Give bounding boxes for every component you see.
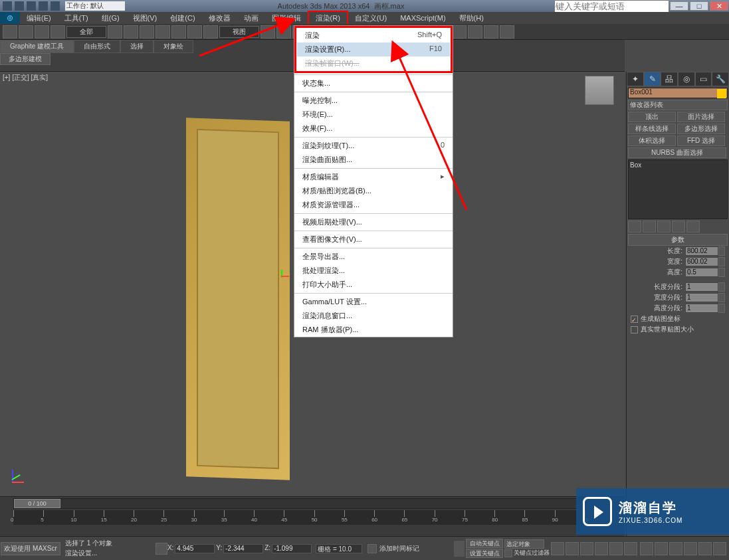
time-tag-icon[interactable] — [367, 544, 377, 553]
object-color-swatch[interactable] — [717, 89, 726, 98]
tab-motion-icon[interactable]: ◎ — [678, 72, 695, 86]
menuitem-view-image[interactable]: 查看图像文件(V)... — [294, 233, 453, 246]
menu-help[interactable]: 帮助(H) — [453, 12, 490, 24]
add-time-tag[interactable]: 添加时间标记 — [379, 544, 419, 553]
menuitem-ram-player[interactable]: RAM 播放器(P)... — [294, 323, 453, 337]
fov-icon[interactable] — [698, 542, 712, 555]
select-region-icon[interactable] — [140, 25, 154, 39]
btn-face-select[interactable]: 面片选择 — [677, 112, 725, 122]
tab-objectpaint[interactable]: 对象绘 — [154, 40, 193, 53]
goto-start-icon[interactable] — [551, 542, 564, 555]
menuitem-print-size[interactable]: 打印大小助手... — [294, 278, 453, 292]
menuitem-gamma-lut[interactable]: Gamma/LUT 设置... — [294, 295, 453, 309]
qat-redo-icon[interactable] — [51, 1, 60, 11]
tab-freeform[interactable]: 自由形式 — [74, 40, 120, 53]
time-slider-thumb[interactable]: 0 / 100 — [14, 499, 60, 508]
modifier-stack[interactable]: Box — [628, 159, 728, 219]
btn-ffd-select[interactable]: FFD 选择 — [677, 136, 725, 146]
prev-frame-icon[interactable] — [566, 542, 579, 555]
wseg-spin-arrows[interactable] — [718, 293, 725, 302]
move-icon[interactable] — [171, 25, 186, 39]
welcome-panel[interactable]: 欢迎使用 MAXScr — [1, 542, 60, 555]
lock-selection-icon[interactable] — [156, 543, 167, 555]
material-editor-icon[interactable] — [452, 25, 467, 39]
z-input[interactable] — [272, 544, 312, 553]
hseg-spin-arrows[interactable] — [718, 304, 725, 313]
pin-stack-icon[interactable] — [628, 221, 641, 233]
play-icon[interactable] — [580, 542, 593, 555]
menuitem-batch-render[interactable]: 批处理渲染... — [294, 264, 453, 278]
height-spin-arrows[interactable] — [718, 268, 725, 277]
unlink-icon[interactable] — [51, 25, 65, 39]
qat-new-icon[interactable] — [3, 1, 12, 11]
tab-graphite[interactable]: Graphite 建模工具 — [0, 40, 74, 53]
gen-mapping-checkbox[interactable] — [631, 316, 638, 323]
select-icon[interactable] — [108, 25, 122, 39]
make-unique-icon[interactable] — [657, 221, 671, 233]
btn-spline-select[interactable]: 样条线选择 — [628, 124, 676, 134]
time-slider-track[interactable]: 0 / 100 — [13, 498, 585, 509]
zoom-icon[interactable] — [669, 542, 682, 555]
redo-icon[interactable] — [19, 25, 33, 39]
qat-open-icon[interactable] — [15, 1, 24, 11]
maximize-button[interactable]: □ — [690, 1, 708, 11]
tab-create-icon[interactable]: ✦ — [627, 72, 644, 86]
menuitem-render-message[interactable]: 渲染消息窗口... — [294, 309, 453, 323]
selected-filter-dropdown[interactable]: 选定对象 — [504, 539, 544, 549]
max-viewport-icon[interactable] — [713, 542, 726, 555]
tab-utilities-icon[interactable]: 🔧 — [712, 72, 729, 86]
stack-item-box[interactable]: Box — [630, 161, 726, 169]
real-world-checkbox[interactable] — [631, 326, 638, 333]
key-lock-icon[interactable] — [454, 541, 465, 557]
setkey-button[interactable]: 设置关键点 — [466, 549, 503, 558]
btn-extrude[interactable]: 顶出 — [628, 112, 676, 122]
select-name-icon[interactable] — [124, 25, 138, 39]
width-spinner[interactable]: 600.02 — [685, 257, 718, 266]
app-menu-icon[interactable]: ⊚ — [0, 12, 20, 24]
rollout-header[interactable]: 参数 — [628, 234, 728, 246]
x-input[interactable] — [175, 544, 215, 553]
close-button[interactable]: ✕ — [710, 1, 728, 11]
y-input[interactable] — [223, 544, 263, 553]
window-crossing-icon[interactable] — [156, 25, 170, 39]
subtab-polymodel[interactable]: 多边形建模 — [0, 53, 51, 65]
menu-rendering[interactable]: 渲染(R) — [308, 11, 348, 25]
autokey-button[interactable]: 自动关键点 — [466, 539, 503, 548]
menu-views[interactable]: 视图(V) — [126, 12, 164, 24]
btn-volume-select[interactable]: 体积选择 — [628, 136, 676, 146]
zoom-extents-icon[interactable] — [684, 542, 697, 555]
configure-sets-icon[interactable] — [686, 221, 700, 233]
remove-modifier-icon[interactable] — [672, 221, 685, 233]
tab-display-icon[interactable]: ▭ — [695, 72, 712, 86]
menu-customize[interactable]: 自定义(U) — [348, 12, 393, 24]
viewport-label[interactable]: [+] [正交] [真实] — [3, 73, 48, 82]
help-search-input[interactable] — [554, 0, 669, 13]
qat-save-icon[interactable] — [27, 1, 36, 11]
link-icon[interactable] — [35, 25, 49, 39]
minimize-button[interactable]: — — [670, 1, 688, 11]
hseg-spinner[interactable]: 1 — [685, 304, 718, 313]
key-icon[interactable] — [504, 549, 512, 557]
render-setup-icon[interactable] — [468, 25, 482, 39]
menuitem-video-post[interactable]: 视频后期处理(V)... — [294, 215, 453, 229]
pan-icon[interactable] — [640, 542, 653, 555]
tab-selection[interactable]: 选择 — [120, 40, 154, 53]
key-filter-label[interactable]: 关键点过滤器 — [512, 549, 551, 557]
time-config-icon[interactable] — [624, 542, 637, 555]
show-end-result-icon[interactable] — [643, 221, 656, 233]
select-filter[interactable]: 全部 — [66, 26, 106, 38]
lseg-spin-arrows[interactable] — [718, 282, 725, 292]
tab-hierarchy-icon[interactable]: 品 — [661, 72, 678, 86]
length-spinner[interactable]: 800.02 — [685, 246, 718, 256]
tab-modify-icon[interactable]: ✎ — [644, 72, 661, 86]
lseg-spinner[interactable]: 1 — [685, 282, 718, 292]
btn-poly-select[interactable]: 多边形选择 — [677, 124, 725, 134]
orbit-icon[interactable] — [655, 542, 668, 555]
menu-maxscript[interactable]: MAXScript(M) — [393, 12, 452, 24]
menu-tools[interactable]: 工具(T) — [58, 12, 95, 24]
height-spinner[interactable]: 0.5 — [685, 268, 718, 277]
menu-group[interactable]: 组(G) — [95, 12, 126, 24]
width-spin-arrows[interactable] — [718, 257, 725, 266]
wseg-spinner[interactable]: 1 — [685, 293, 718, 302]
btn-nurbs-select[interactable]: NURBS 曲面选择 — [628, 147, 726, 158]
